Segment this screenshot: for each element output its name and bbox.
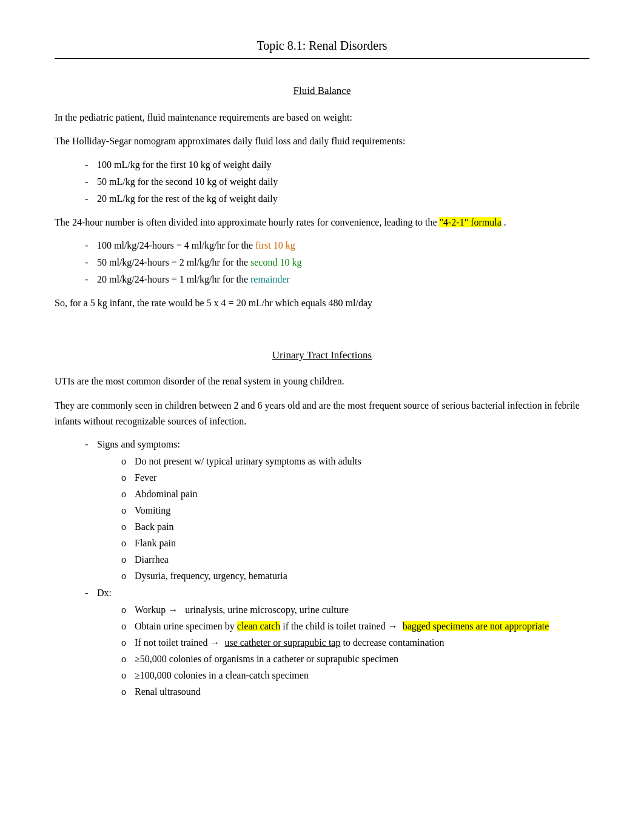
formula-after-text: . [501, 217, 506, 227]
page-title: Topic 8.1: Renal Disorders [55, 36, 589, 59]
list-item: ≥50,000 colonies of organisms in a cathe… [121, 652, 589, 666]
formula-item1-colored: first 10 kg [255, 240, 295, 250]
list-item: Signs and symptoms: Do not present w/ ty… [85, 437, 589, 583]
specimen-before: Obtain urine specimen by [135, 621, 237, 631]
list-item: Dysuria, frequency, urgency, hematuria [121, 569, 589, 583]
list-item: Vomiting [121, 503, 589, 518]
list-item: 20 mL/kg for the rest of the kg of weigh… [85, 192, 589, 206]
list-item: Fever [121, 471, 589, 485]
uti-section: Urinary Tract Infections UTIs are the mo… [55, 347, 589, 699]
uti-para2: They are commonly seen in children betwe… [55, 398, 589, 429]
clean-catch-highlight: clean catch [237, 621, 281, 631]
formula-item2-colored: second 10 kg [250, 257, 301, 267]
list-item: If not toilet trained → use catheter or … [121, 635, 589, 650]
list-item: 100 ml/kg/24-hours = 4 ml/kg/hr for the … [85, 238, 589, 253]
colonies-100k: ≥100,000 colonies in a clean-catch speci… [135, 670, 309, 680]
formula-highlight: "4-2-1" formula [439, 217, 501, 227]
catheter-after: to decrease contamination [340, 637, 444, 648]
list-item: Do not present w/ typical urinary sympto… [121, 454, 589, 469]
fluid-balance-para2: The Holliday-Segar nomogram approximates… [55, 133, 589, 149]
list-item: ≥100,000 colonies in a clean-catch speci… [121, 668, 589, 683]
formula-item3-colored: remainder [250, 274, 290, 284]
catheter-underline: use catheter or suprapubic tap [224, 637, 340, 648]
list-item: Dx: Workup → urinalysis, urine microscop… [85, 586, 589, 699]
list-item: 50 mL/kg for the second 10 kg of weight … [85, 175, 589, 189]
list-item: Obtain urine specimen by clean catch if … [121, 619, 589, 634]
uti-para1: UTIs are the most common disorder of the… [55, 374, 589, 389]
fluid-bullets: 100 mL/kg for the first 10 kg of weight … [85, 158, 589, 206]
catheter-before: If not toilet trained → [135, 637, 224, 648]
bagged-highlight: bagged specimens are not appropriate [403, 621, 549, 631]
list-item: Workup → urinalysis, urine microscopy, u… [121, 603, 589, 617]
dx-label: Dx: [97, 588, 112, 598]
formula-item3-before: 20 ml/kg/24-hours = 1 ml/kg/hr for the [97, 274, 250, 284]
fluid-balance-para1: In the pediatric patient, fluid maintena… [55, 110, 589, 126]
list-item: Abdominal pain [121, 487, 589, 501]
formula-item1-before: 100 ml/kg/24-hours = 4 ml/kg/hr for the [97, 240, 255, 250]
uti-main-bullets: Signs and symptoms: Do not present w/ ty… [85, 437, 589, 699]
list-item: Diarrhea [121, 552, 589, 567]
list-item: Back pain [121, 520, 589, 534]
specimen-middle: if the child is toilet trained → [280, 621, 402, 631]
formula-paragraph: The 24-hour number is often divided into… [55, 215, 589, 230]
list-item: Renal ultrasound [121, 685, 589, 699]
signs-label: Signs and symptoms: [97, 439, 180, 449]
formula-bullets: 100 ml/kg/24-hours = 4 ml/kg/hr for the … [85, 238, 589, 287]
dx-subitems: Workup → urinalysis, urine microscopy, u… [121, 603, 589, 699]
renal-ultrasound: Renal ultrasound [135, 686, 201, 697]
list-item: 20 ml/kg/24-hours = 1 ml/kg/hr for the r… [85, 272, 589, 287]
signs-subitems: Do not present w/ typical urinary sympto… [121, 454, 589, 583]
fluid-balance-section: Fluid Balance In the pediatric patient, … [55, 83, 589, 311]
formula-before-text: The 24-hour number is often divided into… [55, 217, 439, 227]
list-item: 50 ml/kg/24-hours = 2 ml/kg/hr for the s… [85, 255, 589, 270]
list-item: Flank pain [121, 536, 589, 551]
fluid-balance-example: So, for a 5 kg infant, the rate would be… [55, 295, 589, 311]
workup-text: Workup → urinalysis, urine microscopy, u… [135, 605, 349, 615]
colonies-50k: ≥50,000 colonies of organisms in a cathe… [135, 654, 398, 664]
formula-item2-before: 50 ml/kg/24-hours = 2 ml/kg/hr for the [97, 257, 250, 267]
fluid-balance-title: Fluid Balance [55, 83, 589, 99]
list-item: 100 mL/kg for the first 10 kg of weight … [85, 158, 589, 172]
uti-title: Urinary Tract Infections [55, 347, 589, 363]
